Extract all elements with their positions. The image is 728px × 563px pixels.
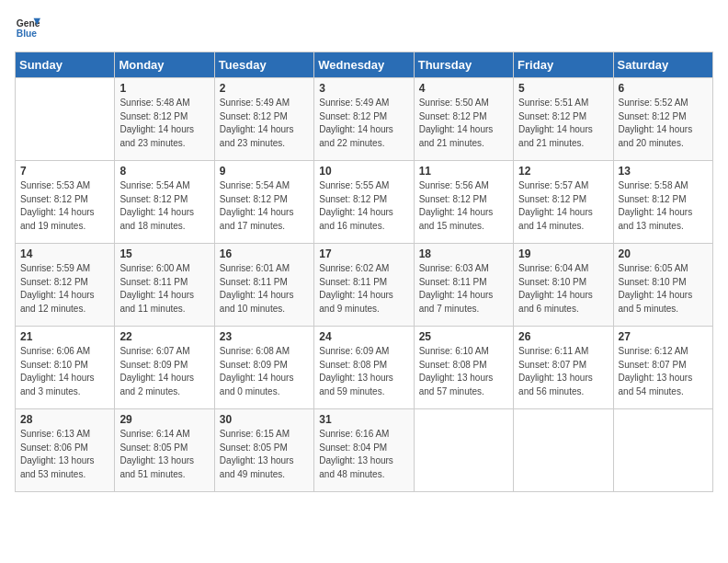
day-cell: 9Sunrise: 5:54 AM Sunset: 8:12 PM Daylig…: [214, 161, 313, 244]
day-number: 2: [220, 82, 309, 95]
day-cell: [613, 409, 712, 492]
day-number: 22: [119, 330, 209, 343]
header-cell-tuesday: Tuesday: [214, 52, 313, 78]
header-cell-wednesday: Wednesday: [314, 52, 414, 78]
day-info: Sunrise: 5:49 AM Sunset: 8:12 PM Dayligh…: [319, 97, 408, 150]
day-cell: 14Sunrise: 5:59 AM Sunset: 8:12 PM Dayli…: [16, 244, 115, 327]
day-info: Sunrise: 6:05 AM Sunset: 8:10 PM Dayligh…: [619, 262, 708, 316]
day-cell: 26Sunrise: 6:11 AM Sunset: 8:07 PM Dayli…: [514, 327, 613, 409]
day-info: Sunrise: 5:57 AM Sunset: 8:12 PM Dayligh…: [518, 179, 608, 233]
day-info: Sunrise: 6:03 AM Sunset: 8:11 PM Dayligh…: [419, 262, 508, 316]
day-cell: 4Sunrise: 5:50 AM Sunset: 8:12 PM Daylig…: [414, 78, 513, 161]
week-row-5: 28Sunrise: 6:13 AM Sunset: 8:06 PM Dayli…: [16, 409, 713, 492]
day-cell: 3Sunrise: 5:49 AM Sunset: 8:12 PM Daylig…: [314, 78, 414, 161]
header-cell-thursday: Thursday: [414, 52, 513, 78]
day-number: 20: [619, 247, 708, 260]
day-cell: 10Sunrise: 5:55 AM Sunset: 8:12 PM Dayli…: [314, 161, 414, 244]
day-info: Sunrise: 5:59 AM Sunset: 8:12 PM Dayligh…: [20, 262, 109, 316]
day-cell: 5Sunrise: 5:51 AM Sunset: 8:12 PM Daylig…: [514, 78, 613, 161]
day-info: Sunrise: 6:11 AM Sunset: 8:07 PM Dayligh…: [518, 345, 608, 398]
day-number: 30: [220, 413, 309, 426]
day-number: 31: [319, 413, 408, 426]
day-info: Sunrise: 6:15 AM Sunset: 8:05 PM Dayligh…: [220, 428, 309, 481]
day-number: 5: [518, 82, 608, 95]
day-number: 27: [619, 330, 708, 343]
svg-text:Blue: Blue: [17, 29, 38, 39]
day-cell: 1Sunrise: 5:48 AM Sunset: 8:12 PM Daylig…: [115, 78, 214, 161]
day-info: Sunrise: 6:16 AM Sunset: 8:04 PM Dayligh…: [319, 428, 408, 481]
day-info: Sunrise: 6:06 AM Sunset: 8:10 PM Dayligh…: [20, 345, 109, 398]
day-number: 18: [419, 247, 508, 260]
calendar-table: SundayMondayTuesdayWednesdayThursdayFrid…: [15, 52, 713, 492]
week-row-1: 1Sunrise: 5:48 AM Sunset: 8:12 PM Daylig…: [16, 78, 713, 161]
day-info: Sunrise: 6:12 AM Sunset: 8:07 PM Dayligh…: [619, 345, 708, 398]
day-number: 29: [119, 413, 209, 426]
day-number: 19: [518, 247, 608, 260]
day-cell: 16Sunrise: 6:01 AM Sunset: 8:11 PM Dayli…: [214, 244, 313, 327]
day-cell: 6Sunrise: 5:52 AM Sunset: 8:12 PM Daylig…: [613, 78, 712, 161]
day-cell: 18Sunrise: 6:03 AM Sunset: 8:11 PM Dayli…: [414, 244, 513, 327]
day-info: Sunrise: 5:54 AM Sunset: 8:12 PM Dayligh…: [119, 179, 209, 233]
header-cell-sunday: Sunday: [16, 52, 115, 78]
day-info: Sunrise: 5:53 AM Sunset: 8:12 PM Dayligh…: [20, 179, 109, 233]
day-cell: 27Sunrise: 6:12 AM Sunset: 8:07 PM Dayli…: [613, 327, 712, 409]
day-number: 24: [319, 330, 408, 343]
day-info: Sunrise: 6:10 AM Sunset: 8:08 PM Dayligh…: [419, 345, 508, 398]
day-cell: 24Sunrise: 6:09 AM Sunset: 8:08 PM Dayli…: [314, 327, 414, 409]
day-info: Sunrise: 5:54 AM Sunset: 8:12 PM Dayligh…: [220, 179, 309, 233]
day-number: 16: [220, 247, 309, 260]
day-number: 10: [319, 165, 408, 178]
day-number: 13: [619, 165, 708, 178]
day-cell: 15Sunrise: 6:00 AM Sunset: 8:11 PM Dayli…: [115, 244, 214, 327]
day-info: Sunrise: 6:04 AM Sunset: 8:10 PM Dayligh…: [518, 262, 608, 316]
day-cell: 13Sunrise: 5:58 AM Sunset: 8:12 PM Dayli…: [613, 161, 712, 244]
day-info: Sunrise: 6:08 AM Sunset: 8:09 PM Dayligh…: [220, 345, 309, 398]
day-cell: [514, 409, 613, 492]
header-row: SundayMondayTuesdayWednesdayThursdayFrid…: [16, 52, 713, 78]
day-cell: 17Sunrise: 6:02 AM Sunset: 8:11 PM Dayli…: [314, 244, 414, 327]
day-number: 17: [319, 247, 408, 260]
day-cell: [16, 78, 115, 161]
day-number: 12: [518, 165, 608, 178]
day-cell: 28Sunrise: 6:13 AM Sunset: 8:06 PM Dayli…: [16, 409, 115, 492]
day-info: Sunrise: 6:14 AM Sunset: 8:05 PM Dayligh…: [119, 428, 209, 481]
day-cell: 22Sunrise: 6:07 AM Sunset: 8:09 PM Dayli…: [115, 327, 214, 409]
day-number: 3: [319, 82, 408, 95]
day-cell: 23Sunrise: 6:08 AM Sunset: 8:09 PM Dayli…: [214, 327, 313, 409]
day-info: Sunrise: 6:13 AM Sunset: 8:06 PM Dayligh…: [20, 428, 109, 481]
header-cell-saturday: Saturday: [613, 52, 712, 78]
day-cell: 7Sunrise: 5:53 AM Sunset: 8:12 PM Daylig…: [16, 161, 115, 244]
logo: General Blue: [15, 15, 40, 40]
day-number: 9: [220, 165, 309, 178]
day-info: Sunrise: 6:07 AM Sunset: 8:09 PM Dayligh…: [119, 345, 209, 398]
day-info: Sunrise: 6:01 AM Sunset: 8:11 PM Dayligh…: [220, 262, 309, 316]
day-number: 11: [419, 165, 508, 178]
header-cell-friday: Friday: [514, 52, 613, 78]
week-row-3: 14Sunrise: 5:59 AM Sunset: 8:12 PM Dayli…: [16, 244, 713, 327]
day-cell: 20Sunrise: 6:05 AM Sunset: 8:10 PM Dayli…: [613, 244, 712, 327]
page-header: General Blue: [15, 15, 713, 40]
day-number: 8: [119, 165, 209, 178]
day-info: Sunrise: 6:09 AM Sunset: 8:08 PM Dayligh…: [319, 345, 408, 398]
day-info: Sunrise: 5:50 AM Sunset: 8:12 PM Dayligh…: [419, 97, 508, 150]
header-cell-monday: Monday: [115, 52, 214, 78]
day-number: 26: [518, 330, 608, 343]
day-number: 15: [119, 247, 209, 260]
day-cell: [414, 409, 513, 492]
day-cell: 25Sunrise: 6:10 AM Sunset: 8:08 PM Dayli…: [414, 327, 513, 409]
day-cell: 8Sunrise: 5:54 AM Sunset: 8:12 PM Daylig…: [115, 161, 214, 244]
day-info: Sunrise: 5:51 AM Sunset: 8:12 PM Dayligh…: [518, 97, 608, 150]
day-info: Sunrise: 5:52 AM Sunset: 8:12 PM Dayligh…: [619, 97, 708, 150]
day-info: Sunrise: 6:02 AM Sunset: 8:11 PM Dayligh…: [319, 262, 408, 316]
day-cell: 30Sunrise: 6:15 AM Sunset: 8:05 PM Dayli…: [214, 409, 313, 492]
day-cell: 12Sunrise: 5:57 AM Sunset: 8:12 PM Dayli…: [514, 161, 613, 244]
day-info: Sunrise: 5:48 AM Sunset: 8:12 PM Dayligh…: [119, 97, 209, 150]
day-cell: 21Sunrise: 6:06 AM Sunset: 8:10 PM Dayli…: [16, 327, 115, 409]
day-cell: 11Sunrise: 5:56 AM Sunset: 8:12 PM Dayli…: [414, 161, 513, 244]
day-cell: 29Sunrise: 6:14 AM Sunset: 8:05 PM Dayli…: [115, 409, 214, 492]
day-number: 7: [20, 165, 109, 178]
day-cell: 19Sunrise: 6:04 AM Sunset: 8:10 PM Dayli…: [514, 244, 613, 327]
day-number: 14: [20, 247, 109, 260]
week-row-4: 21Sunrise: 6:06 AM Sunset: 8:10 PM Dayli…: [16, 327, 713, 409]
day-info: Sunrise: 6:00 AM Sunset: 8:11 PM Dayligh…: [119, 262, 209, 316]
